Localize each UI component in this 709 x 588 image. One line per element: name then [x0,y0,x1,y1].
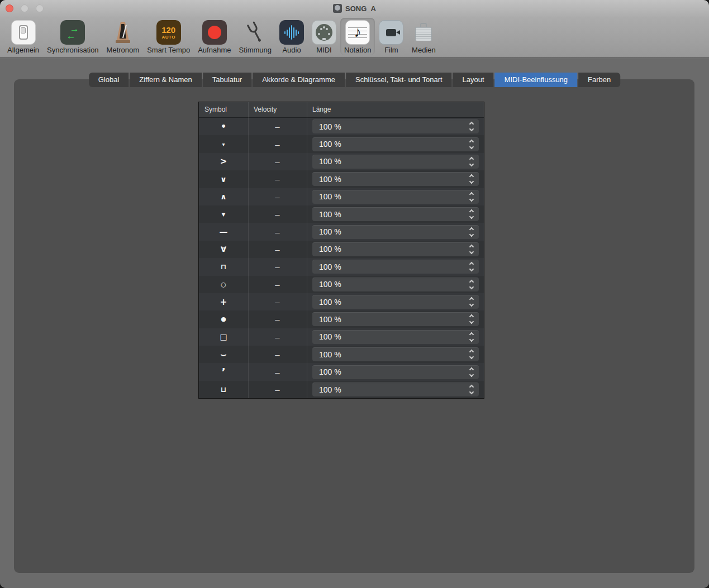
table-row[interactable]: + – 100 % [199,293,484,310]
stepper-chevrons-icon[interactable] [470,193,473,201]
document-proxy-icon [333,4,342,13]
length-stepper[interactable]: 100 % [312,347,479,361]
length-stepper[interactable]: 100 % [312,260,479,274]
length-stepper[interactable]: 100 % [312,225,479,239]
length-stepper[interactable]: 100 % [312,365,479,379]
table-body: • – 100 % ▾ – 100 % > – [199,118,484,398]
table-row[interactable]: ⊔ – 100 % [199,381,484,398]
stepper-chevrons-icon[interactable] [470,315,473,323]
table-row[interactable]: • – 100 % [199,118,484,135]
tab-tabulatur[interactable]: Tabulatur [203,73,251,87]
midi-din-icon [312,20,336,45]
toolbar-item-film[interactable]: Film [375,18,407,55]
velocity-value: – [248,223,307,240]
table-row[interactable]: ● – 100 % [199,310,484,328]
length-stepper[interactable]: 100 % [312,330,479,344]
toolbar-item-synchronisation[interactable]: →← Synchronisation [43,18,103,55]
table-row[interactable]: ∨ – 100 % [199,170,484,188]
stepper-chevrons-icon[interactable] [470,210,473,218]
stepper-chevrons-icon[interactable] [470,228,473,236]
length-value: 100 % [312,227,470,236]
down-bow-symbol: ⊓ [221,262,226,271]
toolbar-item-label: Aufnahme [198,46,231,54]
length-stepper[interactable]: 100 % [312,207,479,221]
stepper-chevrons-icon[interactable] [470,368,473,376]
table-row[interactable]: ▾ – 100 % [199,135,484,152]
stepper-chevrons-icon[interactable] [470,140,473,149]
stepper-chevrons-icon[interactable] [470,122,473,131]
stepper-chevrons-icon[interactable] [470,350,473,358]
stepper-chevrons-icon[interactable] [470,385,473,394]
toolbar-item-notation[interactable]: ♪ Notation [340,18,375,55]
toolbar-item-audio[interactable]: Audio [275,18,308,55]
stepper-chevrons-icon[interactable] [470,333,473,341]
table-row[interactable]: ⊓ – 100 % [199,258,484,275]
length-stepper[interactable]: 100 % [312,312,479,326]
length-value: 100 % [312,262,470,271]
stepper-chevrons-icon[interactable] [470,157,473,166]
table-row[interactable]: > – 100 % [199,153,484,170]
stepper-chevrons-icon[interactable] [470,298,473,306]
length-stepper[interactable]: 100 % [312,242,479,256]
length-value: 100 % [312,315,470,324]
column-divider [307,102,307,398]
toolbar-item-allgemein[interactable]: Allgemein [3,18,43,55]
velocity-value: – [248,135,307,152]
tab-global[interactable]: Global [89,73,129,87]
toolbar-item-metronom[interactable]: Metronom [103,18,144,55]
toolbar-item-label: Allgemein [7,46,39,54]
tab-midi-beeinflussung[interactable]: MIDI-Beeinflussung [495,73,577,87]
length-value: 100 % [312,210,470,219]
toolbar-item-aufnahme[interactable]: Aufnahme [194,18,235,55]
tab-layout[interactable]: Layout [453,73,494,87]
toolbar-item-medien[interactable]: Medien [407,18,440,55]
toolbar-item-smart-tempo[interactable]: 120 AUTO Smart Tempo [143,18,194,55]
length-stepper[interactable]: 100 % [312,190,479,204]
velocity-value: – [248,241,307,258]
tab-ziffern-namen[interactable]: Ziffern & Namen [130,73,201,87]
velocity-value: – [248,293,307,310]
length-stepper[interactable]: 100 % [312,172,479,186]
table-row[interactable]: ⌣ – 100 % [199,346,484,363]
music-note-staff-icon: ♪ [345,20,370,45]
length-value: 100 % [312,245,470,254]
tab-akkorde-diagramme[interactable]: Akkorde & Diagramme [253,73,345,87]
up-bow-symbol: ⊔ [221,385,226,394]
length-value: 100 % [312,385,470,394]
length-stepper[interactable]: 100 % [312,119,479,133]
notation-tab-bar: GlobalZiffern & NamenTabulaturAkkorde & … [89,73,621,87]
stepper-chevrons-icon[interactable] [470,245,473,254]
length-stepper[interactable]: 100 % [312,295,479,309]
length-value: 100 % [312,157,470,166]
length-value: 100 % [312,122,470,131]
table-row[interactable]: ∧ – 100 % [199,188,484,205]
length-value: 100 % [312,175,470,184]
toolbar-item-stimmung[interactable]: Stimmung [235,18,275,55]
velocity-value: – [248,310,307,328]
table-row[interactable]: □ – 100 % [199,328,484,346]
table-row[interactable]: ’ – 100 % [199,363,484,380]
stepper-chevrons-icon[interactable] [470,280,473,289]
title-bar[interactable]: SONG_A [0,0,709,17]
velocity-value: – [248,346,307,363]
toolbar-item-label: Film [384,46,398,54]
window-title: SONG_A [345,4,376,13]
length-value: 100 % [312,367,470,376]
stepper-chevrons-icon[interactable] [470,175,473,183]
table-row[interactable]: ▼ – 100 % [199,205,484,223]
table-row[interactable]: — – 100 % [199,223,484,240]
table-row[interactable]: ∀ – 100 % [199,241,484,258]
tab-farben[interactable]: Farben [578,73,620,87]
toolbar-item-midi[interactable]: MIDI [308,18,340,55]
stepper-chevrons-icon[interactable] [470,262,473,271]
velocity-value: – [248,328,307,346]
velocity-value: – [248,363,307,380]
triangle-down-symbol: ▼ [222,212,226,217]
table-row[interactable]: ○ – 100 % [199,276,484,293]
tab-schlüssel-takt-und-tonart[interactable]: Schlüssel, Takt- und Tonart [346,73,452,87]
toolbar-item-label: Stimmung [239,46,272,54]
length-stepper[interactable]: 100 % [312,278,479,291]
length-stepper[interactable]: 100 % [312,137,479,151]
length-stepper[interactable]: 100 % [312,383,479,396]
length-stepper[interactable]: 100 % [312,155,479,169]
